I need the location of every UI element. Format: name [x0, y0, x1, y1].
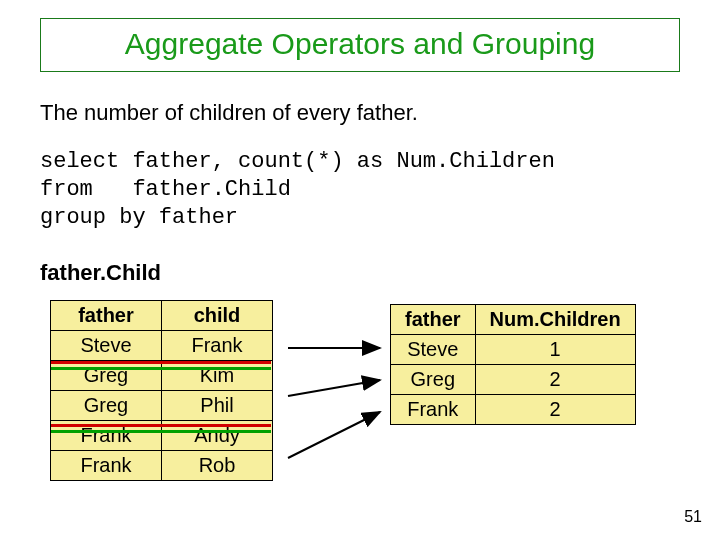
col-header: father [391, 305, 476, 335]
cell: Rob [162, 451, 273, 481]
col-header: Num.Children [475, 305, 635, 335]
cell: Frank [162, 331, 273, 361]
sql-kw-groupby: group by [40, 205, 159, 230]
table-header-row: father Num.Children [391, 305, 636, 335]
table-row: Greg Phil [51, 391, 273, 421]
cell: Frank [51, 451, 162, 481]
sql-block: select father, count(*) as Num.Children … [40, 148, 555, 232]
cell: Greg [391, 365, 476, 395]
cell: Steve [51, 331, 162, 361]
cell: Kim [162, 361, 273, 391]
table-row: Steve Frank [51, 331, 273, 361]
left-table-caption: father.Child [40, 260, 161, 286]
slide-subtitle: The number of children of every father. [40, 100, 418, 126]
arrow-line [288, 412, 380, 458]
cell: Steve [391, 335, 476, 365]
cell: 2 [475, 365, 635, 395]
page-number: 51 [684, 508, 702, 526]
cell: Frank [391, 395, 476, 425]
table-header-row: father child [51, 301, 273, 331]
group-separator [51, 367, 271, 370]
table-row: Steve 1 [391, 335, 636, 365]
arrow-line [288, 380, 380, 396]
table-row: Frank Rob [51, 451, 273, 481]
cell: Greg [51, 391, 162, 421]
group-separator [51, 430, 271, 433]
cell: 2 [475, 395, 635, 425]
cell: Greg [51, 361, 162, 391]
sql-kw-select: select [40, 149, 132, 174]
left-table: father child Steve Frank Greg Kim Greg P… [50, 300, 273, 481]
sql-rest-1: father, count(*) as Num.Children [132, 149, 554, 174]
col-header: child [162, 301, 273, 331]
slide-title: Aggregate Operators and Grouping [125, 27, 595, 60]
table-row: Greg 2 [391, 365, 636, 395]
sql-rest-2: father.Child [132, 177, 290, 202]
slide: Aggregate Operators and Grouping The num… [0, 0, 720, 540]
table-row: Frank 2 [391, 395, 636, 425]
sql-rest-3: father [159, 205, 238, 230]
right-table: father Num.Children Steve 1 Greg 2 Frank… [390, 304, 636, 425]
cell: Phil [162, 391, 273, 421]
group-separator [51, 361, 271, 364]
sql-kw-from: from [40, 177, 132, 202]
title-box: Aggregate Operators and Grouping [40, 18, 680, 72]
col-header: father [51, 301, 162, 331]
cell: 1 [475, 335, 635, 365]
group-separator [51, 424, 271, 427]
table-row: Greg Kim [51, 361, 273, 391]
